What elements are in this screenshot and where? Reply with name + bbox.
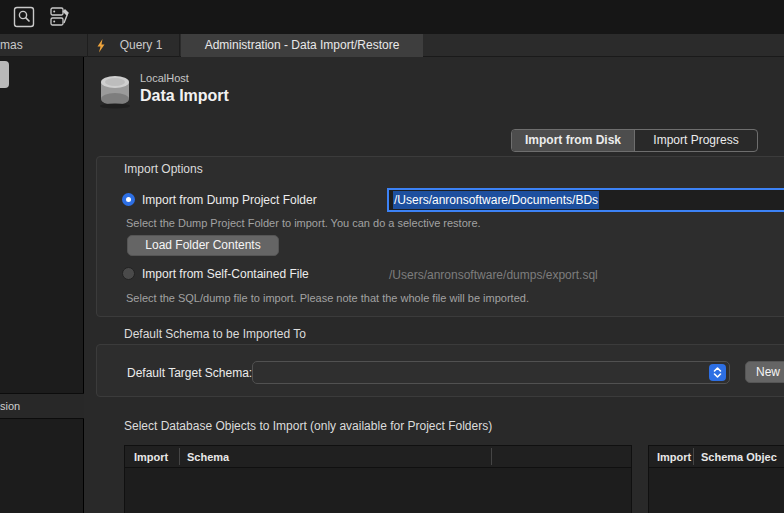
column-divider[interactable] — [179, 448, 180, 465]
tab-label: Query 1 — [120, 38, 163, 52]
tab-label: Administration - Data Import/Restore — [205, 38, 400, 52]
page-title: Data Import — [140, 87, 229, 105]
dump-folder-path-value: /Users/anronsoftware/Documents/BDs — [393, 191, 599, 209]
self-contained-help: Select the SQL/dump file to import. Plea… — [126, 292, 529, 304]
dump-folder-help: Select the Dump Project Folder to import… — [126, 217, 481, 229]
dump-folder-path-input[interactable]: /Users/anronsoftware/Documents/BDs — [387, 188, 784, 212]
tab-schemas-partial[interactable]: mas — [0, 34, 88, 57]
workbench-window: mas Query 1 Administration - Data Import… — [0, 0, 784, 513]
tab-administration-data-import[interactable]: Administration - Data Import/Restore — [181, 34, 423, 57]
objects-table-header: Import Schema Objec — [648, 445, 784, 468]
objects-table-body[interactable] — [648, 468, 784, 513]
schema-table-body[interactable] — [124, 468, 632, 513]
tab-query-1[interactable]: Query 1 — [89, 34, 180, 57]
connection-name: LocalHost — [140, 72, 189, 84]
target-schema-label: Default Target Schema: — [127, 366, 252, 380]
import-view-tabs: Import from Disk Import Progress — [511, 129, 758, 152]
sidebar-section-session[interactable]: sion — [0, 393, 84, 419]
target-schema-dropdown[interactable] — [252, 361, 730, 384]
tab-import-from-disk[interactable]: Import from Disk — [512, 130, 635, 151]
target-schema-selected-value — [253, 365, 261, 379]
dump-folder-radio-label: Import from Dump Project Folder — [142, 193, 317, 207]
sidebar: sion — [0, 57, 84, 513]
dump-folder-radio[interactable] — [122, 193, 135, 206]
new-schema-button[interactable]: New — [745, 361, 784, 383]
schema-table-header-schema: Schema — [187, 446, 229, 468]
default-schema-title: Default Schema to be Imported To — [124, 327, 306, 341]
top-toolbar — [0, 0, 784, 34]
sidebar-partial-icon — [0, 61, 9, 88]
editor-tab-bar: mas Query 1 Administration - Data Import… — [0, 34, 784, 57]
self-contained-radio-label: Import from Self-Contained File — [142, 267, 309, 281]
schema-table-header-import: Import — [134, 446, 168, 468]
lightning-icon — [96, 39, 106, 53]
self-contained-path-value: /Users/anronsoftware/dumps/export.sql — [389, 268, 598, 282]
server-admin-icon[interactable] — [48, 5, 72, 29]
column-divider[interactable] — [693, 448, 694, 465]
objects-table-header-schema-objects: Schema Objec — [701, 446, 777, 468]
schema-table-header: Import Schema — [124, 445, 632, 468]
sidebar-section-label: sion — [0, 400, 20, 412]
objects-table-header-import: Import — [657, 446, 691, 468]
tab-import-progress[interactable]: Import Progress — [635, 130, 757, 151]
self-contained-radio[interactable] — [122, 267, 135, 280]
data-import-icon — [96, 70, 134, 110]
new-query-icon[interactable] — [12, 5, 36, 29]
column-divider[interactable] — [491, 448, 492, 465]
import-options-title: Import Options — [124, 162, 203, 176]
load-folder-contents-button[interactable]: Load Folder Contents — [127, 235, 279, 256]
tab-label: mas — [0, 38, 23, 52]
dropdown-stepper-icon — [709, 364, 726, 381]
objects-section-title: Select Database Objects to Import (only … — [124, 419, 492, 433]
